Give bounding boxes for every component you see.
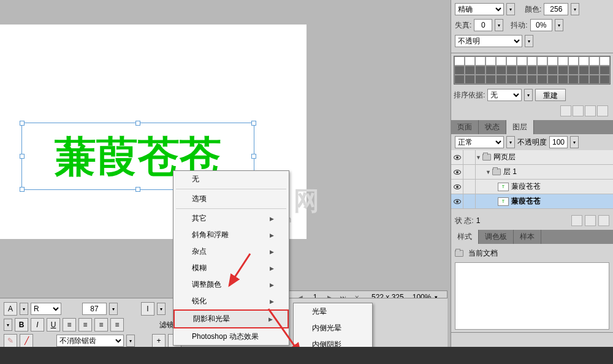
delete-layer-icon[interactable] xyxy=(598,215,609,226)
menu-other[interactable]: 其它▶ xyxy=(173,210,289,227)
text-layer-icon: T xyxy=(498,197,509,206)
tab-palette[interactable]: 调色板 xyxy=(479,230,514,244)
chevron-right-icon: ▶ xyxy=(270,216,274,222)
font-size-dropdown-icon[interactable]: ▾ xyxy=(109,303,118,315)
precision-select[interactable]: 精确 xyxy=(455,3,504,15)
opacity-dropdown-icon[interactable]: ▾ xyxy=(525,35,533,47)
pencil-tool-icon[interactable]: ✎ xyxy=(4,334,17,347)
misc-dropdown-icon[interactable]: ▾ xyxy=(157,303,166,315)
text-tool-icon[interactable]: A xyxy=(4,302,17,316)
font-family-dropdown[interactable]: ▾ xyxy=(20,303,28,315)
distortion-input[interactable] xyxy=(474,19,492,31)
folder-icon xyxy=(455,250,463,257)
color-dropdown-icon[interactable]: ▾ xyxy=(571,3,579,15)
layer-row[interactable]: ▼ 层 1 xyxy=(451,165,613,180)
align-right-icon[interactable]: ≡ xyxy=(94,318,108,332)
italic-button[interactable]: I xyxy=(31,318,44,332)
add-swatch-icon[interactable] xyxy=(573,105,584,116)
layer-row[interactable]: T 蒹葭苍苍 xyxy=(451,180,613,194)
sort-dropdown-icon[interactable]: ▾ xyxy=(524,89,533,101)
menu-adjust-color[interactable]: 调整颜色▶ xyxy=(173,276,289,293)
menu-blur[interactable]: 模糊▶ xyxy=(173,260,289,276)
eye-icon[interactable] xyxy=(454,199,461,204)
color-label: 颜色: xyxy=(525,4,541,15)
precision-stepper-icon[interactable]: ▾ xyxy=(506,3,515,15)
layer-row[interactable]: T 蒹葭苍苍 xyxy=(451,194,613,209)
layer-label: 网页层 xyxy=(493,152,516,162)
swatch-grid[interactable] xyxy=(454,56,611,85)
menu-ps-effects[interactable]: Photoshop 动态效果 xyxy=(173,328,289,345)
menu-none[interactable]: 无 xyxy=(173,171,289,188)
styles-list[interactable] xyxy=(455,262,609,330)
distortion-dropdown-icon[interactable]: ▾ xyxy=(495,19,503,31)
status-value: 1 xyxy=(476,216,481,225)
optimize-panel: 精确 ▾ 颜色: ▾ 失真: ▾ 抖动: ▾ 不透明 ▾ xyxy=(451,0,613,53)
text-layer-icon: T xyxy=(498,183,509,191)
leading-dropdown-icon[interactable]: ▾ xyxy=(4,319,12,331)
underline-button[interactable]: U xyxy=(47,318,60,332)
color-count-input[interactable] xyxy=(544,3,568,15)
blend-dropdown-icon[interactable]: ▾ xyxy=(506,136,515,148)
antialias-dropdown-icon[interactable]: ▾ xyxy=(126,335,135,347)
chevron-right-icon: ▶ xyxy=(270,232,274,238)
chevron-right-icon: ▶ xyxy=(270,282,274,288)
current-doc-label: 当前文档 xyxy=(468,248,498,259)
chevron-down-icon[interactable]: ▼ xyxy=(476,154,481,161)
folder-icon xyxy=(482,154,491,161)
chevron-right-icon: ▶ xyxy=(270,298,274,305)
tab-pages[interactable]: 页面 xyxy=(451,120,479,134)
font-size-input[interactable] xyxy=(82,303,107,315)
menu-sharpen[interactable]: 锐化▶ xyxy=(173,293,289,309)
antialias-select[interactable]: 不消除锯齿 xyxy=(56,335,124,347)
font-style-select[interactable]: R xyxy=(31,303,61,315)
opacity-stepper-icon[interactable]: ▾ xyxy=(570,136,579,148)
edit-swatch-icon[interactable] xyxy=(585,105,596,116)
opacity-label: 不透明度 xyxy=(517,137,547,148)
folder-icon xyxy=(492,169,501,175)
layer-label: 蒹葭苍苍 xyxy=(511,181,541,192)
submenu-glow[interactable]: 光晕 xyxy=(294,303,372,320)
dither-input[interactable] xyxy=(530,19,552,31)
eye-icon[interactable] xyxy=(454,170,461,175)
chevron-down-icon[interactable]: ▼ xyxy=(485,169,491,175)
menu-bevel[interactable]: 斜角和浮雕▶ xyxy=(173,227,289,243)
align-left-icon[interactable]: ≡ xyxy=(63,318,76,332)
chevron-right-icon: ▶ xyxy=(270,249,274,255)
tab-layers[interactable]: 图层 xyxy=(506,120,534,134)
text-format-icon[interactable]: I xyxy=(141,302,154,316)
blend-mode-select[interactable]: 正常 xyxy=(455,136,504,148)
align-center-icon[interactable]: ≡ xyxy=(78,318,92,332)
tab-samples[interactable]: 样本 xyxy=(514,230,541,244)
menu-noise[interactable]: 杂点▶ xyxy=(173,243,289,260)
opacity-input[interactable] xyxy=(549,136,568,148)
menu-shadow-glow[interactable]: 阴影和光晕▶ xyxy=(173,309,289,328)
new-layer-icon[interactable] xyxy=(571,215,582,226)
rebuild-button[interactable]: 重建 xyxy=(535,89,566,101)
lock-icon[interactable] xyxy=(560,105,571,116)
delete-swatch-icon[interactable] xyxy=(597,105,608,116)
filter-context-menu: 无 选项 其它▶ 斜角和浮雕▶ 杂点▶ 模糊▶ 调整颜色▶ 锐化▶ 阴影和光晕▶… xyxy=(173,170,289,346)
new-folder-icon[interactable] xyxy=(585,215,596,226)
tab-styles[interactable]: 样式 xyxy=(451,230,479,244)
dither-dropdown-icon[interactable]: ▾ xyxy=(555,19,563,31)
eye-icon[interactable] xyxy=(454,184,461,189)
bold-button[interactable]: B xyxy=(15,318,28,332)
layer-row[interactable]: ▼ 网页层 xyxy=(451,150,613,165)
styles-panel: 当前文档 xyxy=(451,244,613,333)
dither-label: 抖动: xyxy=(511,20,527,31)
layer-label: 蒹葭苍苍 xyxy=(511,196,541,207)
plus-icon[interactable]: + xyxy=(152,334,166,347)
tab-states[interactable]: 状态 xyxy=(479,120,506,134)
chevron-right-icon: ▶ xyxy=(270,265,274,271)
menu-options[interactable]: 选项 xyxy=(173,191,289,207)
eye-icon[interactable] xyxy=(454,155,461,160)
chevron-right-icon: ▶ xyxy=(268,316,273,322)
align-justify-icon[interactable]: ≡ xyxy=(110,318,124,332)
brush-tool-icon[interactable]: ╱ xyxy=(20,334,33,347)
opacity-mode-select[interactable]: 不透明 xyxy=(455,35,522,47)
color-table-panel: 排序依据: 无 ▾ 重建 xyxy=(451,53,613,120)
sort-label: 排序依据: xyxy=(454,90,485,100)
sort-select[interactable]: 无 xyxy=(487,89,522,101)
layers-panel: 正常 ▾ 不透明度 ▾ ▼ 网页层 ▼ 层 1 T 蒹葭苍苍 xyxy=(451,134,613,227)
submenu-inner-glow[interactable]: 内侧光晕 xyxy=(294,320,372,336)
